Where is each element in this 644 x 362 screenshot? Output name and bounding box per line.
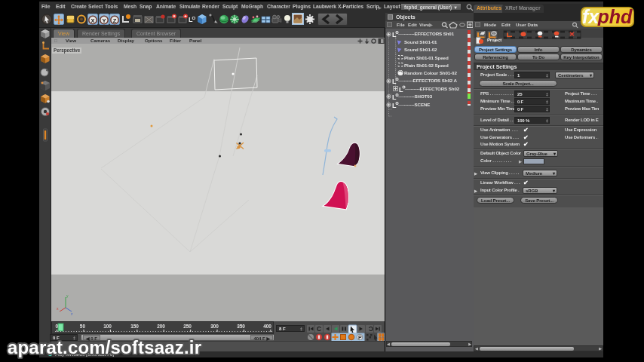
svg-text:z: z [71,311,73,316]
svg-text:400: 400 [263,324,271,329]
svg-text:C: C [369,325,373,333]
svg-text:aparat.com/softsaaz.ir: aparat.com/softsaaz.ir [8,337,201,357]
svg-text:y: y [66,293,69,298]
svg-text:250: 250 [183,324,192,329]
svg-text:O: O [192,16,196,20]
svg-text:0: 0 [55,324,58,329]
svg-text:150: 150 [130,324,139,329]
svg-text:50: 50 [80,324,86,329]
svg-text:phd: phd [597,8,633,26]
svg-text:300: 300 [210,324,219,329]
svg-text:Z: Z [113,17,117,24]
svg-text:Y: Y [102,17,106,24]
svg-text:C: C [317,325,321,333]
svg-text:X: X [90,17,94,24]
svg-text:P: P [358,335,362,340]
svg-text:x: x [57,306,59,311]
svg-text:100: 100 [103,324,112,329]
svg-text:200: 200 [157,324,165,329]
svg-text:350: 350 [237,324,245,329]
